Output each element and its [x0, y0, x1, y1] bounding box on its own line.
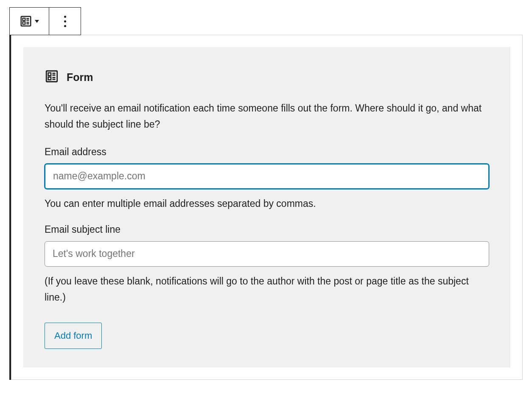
more-vertical-icon [64, 16, 66, 27]
form-placeholder-panel: Form You'll receive an email notificatio… [23, 47, 510, 368]
svg-rect-1 [23, 18, 25, 21]
svg-rect-8 [48, 73, 51, 76]
panel-footer-note: (If you leave these blank, notifications… [45, 273, 489, 306]
subject-label: Email subject line [45, 224, 489, 235]
block-type-switcher[interactable] [10, 8, 49, 35]
email-label: Email address [45, 146, 489, 158]
email-subject-input[interactable] [45, 241, 489, 267]
form-icon [20, 15, 32, 28]
panel-description: You'll receive an email notification eac… [45, 100, 489, 133]
block-wrapper: Form You'll receive an email notificatio… [9, 8, 523, 380]
chevron-down-icon [35, 20, 39, 23]
block-outline: Form You'll receive an email notificatio… [11, 35, 523, 380]
email-address-input[interactable] [45, 164, 489, 189]
panel-title: Form [67, 71, 93, 84]
svg-rect-11 [48, 77, 51, 80]
svg-rect-4 [23, 22, 25, 25]
email-help-text: You can enter multiple email addresses s… [45, 196, 489, 212]
add-form-button[interactable]: Add form [45, 323, 102, 349]
form-icon [45, 69, 59, 85]
block-toolbar [9, 7, 81, 35]
more-options-button[interactable] [49, 8, 81, 35]
panel-header: Form [45, 69, 489, 85]
